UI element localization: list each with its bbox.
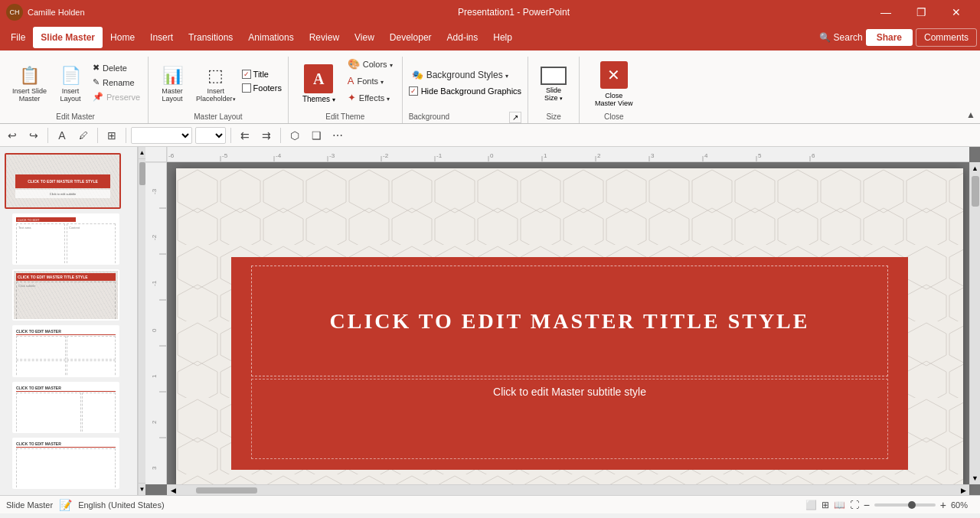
font-size-select[interactable]: 11 bbox=[195, 127, 226, 144]
main-area: CLICK TO EDIT MASTER TITLE STYLE Click t… bbox=[0, 147, 980, 495]
slide-thumb-1[interactable]: CLICK TO EDIT MASTER TITLE STYLE Click t… bbox=[5, 153, 121, 209]
slide-thumb-3[interactable]: CLICK TO EDIT MASTER TITLE STYLE Click s… bbox=[12, 269, 119, 321]
canvas-scrollbar-bottom[interactable]: ◀ ▶ bbox=[167, 484, 969, 495]
slide-thumb-5[interactable]: CLICK TO EDIT MASTER bbox=[12, 382, 119, 433]
slide-size-icon bbox=[541, 67, 567, 85]
window-controls: — ❐ ✕ bbox=[868, 0, 974, 24]
slide-thumb-2[interactable]: CLICK TO EDIT Text area Content bbox=[12, 213, 119, 265]
close-label: Close bbox=[586, 111, 642, 123]
insert-slide-master-button[interactable]: 📋 Insert SlideMaster bbox=[8, 64, 51, 104]
slide-panel-scrollbar[interactable]: ▲ ▼ bbox=[138, 147, 145, 495]
undo-button[interactable]: ↩ bbox=[3, 126, 21, 145]
scroll-up-button[interactable]: ▲ bbox=[139, 147, 146, 159]
svg-text:-2: -2 bbox=[151, 234, 158, 240]
zoom-out-button[interactable]: − bbox=[864, 499, 870, 511]
slide-thumb-4[interactable]: CLICK TO EDIT MASTER bbox=[12, 325, 119, 376]
notes-icon[interactable]: 📝 bbox=[59, 499, 72, 511]
redo-button[interactable]: ↪ bbox=[24, 126, 43, 145]
font-color-button[interactable]: A bbox=[53, 126, 71, 145]
menu-item-slide-master[interactable]: Slide Master bbox=[33, 27, 103, 48]
close-master-view-icon: ✕ bbox=[600, 61, 628, 89]
toolbar-sep-5 bbox=[280, 128, 281, 143]
menu-item-view[interactable]: View bbox=[347, 27, 382, 48]
minimize-button[interactable]: — bbox=[868, 0, 903, 24]
background-styles-button[interactable]: 🎭 Background Styles ▾ bbox=[409, 68, 521, 82]
zoom-in-button[interactable]: + bbox=[940, 499, 946, 511]
menu-item-insert[interactable]: Insert bbox=[142, 27, 181, 48]
scroll-thumb-horizontal[interactable] bbox=[196, 487, 257, 494]
view-presenter-button[interactable]: ⛶ bbox=[850, 500, 859, 510]
scroll-down-button-canvas[interactable]: ▼ bbox=[970, 472, 981, 484]
view-normal-button[interactable]: ⬜ bbox=[805, 500, 817, 510]
menu-item-file[interactable]: File bbox=[3, 27, 33, 48]
svg-text:-1: -1 bbox=[151, 280, 158, 286]
slide-title-box[interactable]: CLICK TO EDIT MASTER TITLE STYLE bbox=[251, 266, 887, 376]
preserve-button[interactable]: 📌 Preserve bbox=[90, 90, 143, 103]
toolbar-sep-4 bbox=[230, 128, 231, 143]
scroll-up-button-canvas[interactable]: ▲ bbox=[970, 162, 981, 174]
user-area: CH Camille Holden bbox=[6, 4, 85, 21]
svg-text:3: 3 bbox=[651, 152, 655, 159]
scroll-left-button[interactable]: ◀ bbox=[167, 485, 179, 496]
arrange-button[interactable]: ❑ bbox=[307, 126, 325, 145]
collapse-ribbon-button[interactable]: ▲ bbox=[966, 109, 975, 120]
scroll-down-button[interactable]: ▼ bbox=[139, 483, 146, 495]
rename-button[interactable]: ✎ Rename bbox=[90, 76, 143, 89]
zoom-slider[interactable] bbox=[874, 503, 936, 507]
fonts-button[interactable]: A Fonts ▾ bbox=[345, 73, 396, 88]
menu-item-home[interactable]: Home bbox=[103, 27, 142, 48]
ruler-corner bbox=[145, 147, 167, 162]
insert-placeholder-icon: ⬚ bbox=[207, 66, 224, 86]
slide-size-button[interactable]: SlideSize ▾ bbox=[534, 61, 573, 107]
scroll-thumb[interactable] bbox=[139, 162, 145, 185]
slide-title-text: CLICK TO EDIT MASTER TITLE STYLE bbox=[330, 308, 810, 334]
more-tools-button[interactable]: ⋯ bbox=[328, 126, 347, 145]
share-button[interactable]: Share bbox=[866, 29, 913, 46]
shapes-button[interactable]: ⬡ bbox=[286, 126, 304, 145]
font-select[interactable]: Calibri bbox=[131, 127, 192, 144]
decrease-indent-button[interactable]: ⇇ bbox=[236, 126, 254, 145]
increase-indent-button[interactable]: ⇉ bbox=[257, 126, 276, 145]
scroll-thumb-canvas[interactable] bbox=[972, 176, 979, 207]
background-expand-icon[interactable]: ↗ bbox=[509, 112, 521, 123]
svg-text:1: 1 bbox=[151, 374, 158, 378]
title-checkbox[interactable]: ✓ Title bbox=[242, 70, 282, 79]
comments-button[interactable]: Comments bbox=[916, 28, 977, 47]
menu-item-review[interactable]: Review bbox=[302, 27, 347, 48]
highlight-button[interactable]: 🖊 bbox=[74, 126, 93, 145]
footers-checkbox[interactable]: Footers bbox=[242, 83, 282, 93]
master-layout-group: 📊 MasterLayout ⬚ InsertPlaceholder▾ ✓ Ti… bbox=[149, 57, 289, 123]
search-text[interactable]: Search bbox=[834, 32, 863, 43]
slide-canvas[interactable]: CLICK TO EDIT MASTER TITLE STYLE Click t… bbox=[176, 168, 963, 486]
scroll-right-button[interactable]: ▶ bbox=[957, 485, 969, 496]
background-label: Background bbox=[409, 111, 449, 123]
effects-button[interactable]: ✦ Effects ▾ bbox=[345, 90, 396, 105]
slide-subtitle-box[interactable]: Click to edit Master subtitle style bbox=[251, 379, 887, 460]
layout-button[interactable]: ⊞ bbox=[103, 126, 121, 145]
insert-placeholder-button[interactable]: ⬚ InsertPlaceholder▾ bbox=[191, 64, 240, 104]
svg-text:3: 3 bbox=[151, 466, 158, 470]
delete-button[interactable]: ✖ Delete bbox=[90, 61, 143, 74]
svg-text:5: 5 bbox=[758, 152, 762, 159]
svg-text:-1: -1 bbox=[436, 152, 443, 159]
view-reading-button[interactable]: 📖 bbox=[834, 500, 845, 510]
menu-item-help[interactable]: Help bbox=[485, 27, 520, 48]
zoom-thumb bbox=[908, 501, 916, 509]
hide-background-checkbox[interactable]: ✓ Hide Background Graphics bbox=[409, 86, 521, 96]
insert-layout-button[interactable]: 📄 InsertLayout bbox=[53, 64, 88, 104]
themes-icon: A bbox=[304, 64, 333, 93]
slide-thumb-6[interactable]: CLICK TO EDIT MASTER bbox=[12, 438, 119, 489]
themes-button[interactable]: A Themes ▾ bbox=[295, 57, 343, 111]
master-layout-button[interactable]: 📊 MasterLayout bbox=[155, 64, 190, 104]
menu-bar: File Slide Master Home Insert Transition… bbox=[0, 24, 980, 50]
canvas-scrollbar-right[interactable]: ▲ ▼ bbox=[969, 162, 980, 484]
menu-item-addins[interactable]: Add-ins bbox=[439, 27, 486, 48]
close-master-view-button[interactable]: ✕ CloseMaster View bbox=[586, 57, 642, 111]
view-slide-sorter-button[interactable]: ⊞ bbox=[822, 500, 829, 510]
close-window-button[interactable]: ✕ bbox=[939, 0, 974, 24]
colors-button[interactable]: 🎨 Colors ▾ bbox=[345, 57, 396, 71]
menu-item-transitions[interactable]: Transitions bbox=[181, 27, 240, 48]
restore-button[interactable]: ❐ bbox=[903, 0, 939, 24]
menu-item-developer[interactable]: Developer bbox=[382, 27, 439, 48]
menu-item-animations[interactable]: Animations bbox=[240, 27, 301, 48]
